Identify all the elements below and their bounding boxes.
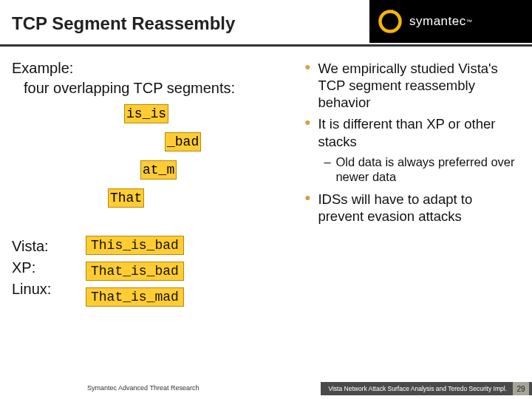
bullet-item: IDSs will have to adapt to prevent evasi… [303, 191, 517, 225]
result-os: XP: [12, 257, 86, 279]
logo-icon [377, 8, 403, 35]
bullet-list: We empirically studied Vista's TCP segme… [303, 60, 517, 225]
result-values: This_is_bad That_is_bad That_is_mad [86, 236, 184, 313]
segment-box: at_m [140, 160, 177, 180]
brand-logo: symantec™ [369, 0, 532, 43]
footer-right-text: Vista Network Attack Surface Analysis an… [328, 385, 507, 392]
logo-tm: ™ [466, 18, 472, 25]
footer-left: Symantec Advanced Threat Research [87, 384, 199, 392]
slide-header: TCP Segment Reassembly symantec™ [0, 0, 532, 47]
result-os: Linux: [12, 279, 86, 300]
result-value: This_is_bad [86, 236, 184, 255]
segment-diagram: is_is _bad at_m That [16, 104, 290, 230]
results-block: Vista: XP: Linux: This_is_bad That_is_ba… [12, 236, 303, 313]
example-heading: Example: [12, 60, 303, 77]
bullet-subitem: Old data is always preferred over newer … [303, 154, 517, 185]
example-subheading: four overlapping TCP segments: [24, 80, 303, 97]
left-column: Example: four overlapping TCP segments: … [12, 60, 303, 313]
content-area: Example: four overlapping TCP segments: … [0, 47, 532, 313]
right-column: We empirically studied Vista's TCP segme… [303, 60, 517, 313]
svg-rect-2 [386, 21, 389, 27]
result-os: Vista: [12, 236, 86, 257]
page-number: 29 [513, 382, 529, 395]
footer-right: Vista Network Attack Surface Analysis an… [321, 382, 532, 395]
segment-box: _bad [165, 132, 201, 151]
result-value: That_is_mad [86, 287, 184, 307]
segment-box: is_is [124, 104, 168, 123]
logo-text: symantec [409, 14, 466, 29]
segment-box: That [108, 188, 144, 208]
svg-rect-3 [392, 21, 395, 27]
result-os-labels: Vista: XP: Linux: [12, 236, 86, 313]
svg-rect-1 [389, 18, 392, 27]
result-value: That_is_bad [86, 262, 184, 281]
bullet-item: We empirically studied Vista's TCP segme… [303, 60, 517, 111]
bullet-item: It is different than XP or other stacks [303, 115, 517, 149]
